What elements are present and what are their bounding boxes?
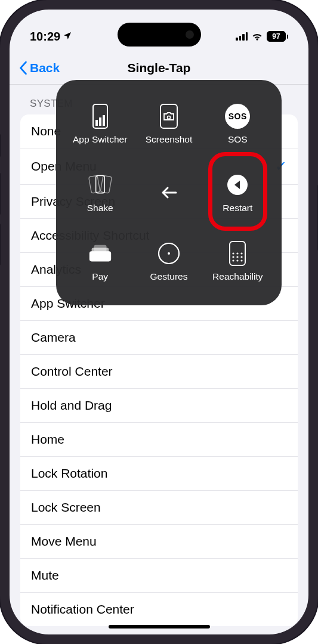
screenshot-icon bbox=[156, 103, 182, 129]
side-button-volume-down bbox=[0, 224, 1, 265]
list-item-label: Hold and Drag bbox=[31, 398, 112, 413]
list-item[interactable]: Notification Center bbox=[20, 593, 298, 626]
svg-point-19 bbox=[233, 256, 234, 258]
back-button[interactable]: Back bbox=[19, 61, 60, 75]
app-switcher-icon bbox=[87, 103, 113, 129]
sos-icon: SOS bbox=[224, 103, 251, 129]
list-item-label: Control Center bbox=[31, 364, 113, 379]
dynamic-island bbox=[118, 23, 201, 47]
apple-pay-icon bbox=[87, 240, 113, 267]
menu-restart[interactable]: Restart bbox=[203, 158, 272, 227]
list-item[interactable]: Control Center bbox=[20, 355, 298, 389]
chevron-left-icon bbox=[19, 61, 27, 75]
side-button-volume-up bbox=[0, 173, 1, 215]
status-time: 10:29 bbox=[30, 30, 60, 44]
list-item-label: Home bbox=[31, 432, 64, 447]
svg-rect-8 bbox=[100, 175, 112, 193]
side-button-silent bbox=[0, 134, 1, 157]
home-indicator[interactable] bbox=[109, 625, 210, 628]
back-label: Back bbox=[30, 61, 60, 75]
svg-point-22 bbox=[233, 260, 234, 262]
svg-point-21 bbox=[241, 256, 243, 258]
svg-rect-12 bbox=[94, 245, 106, 252]
list-item[interactable]: Lock Rotation bbox=[20, 457, 298, 491]
svg-point-14 bbox=[168, 252, 170, 255]
svg-rect-3 bbox=[103, 115, 105, 126]
menu-back[interactable] bbox=[134, 158, 203, 227]
restart-icon bbox=[224, 172, 251, 198]
gestures-icon bbox=[156, 240, 182, 267]
menu-label: Screenshot bbox=[146, 134, 192, 145]
list-item-label: Lock Screen bbox=[31, 500, 101, 515]
assistivetouch-menu[interactable]: App Switcher Screenshot SOS SOS bbox=[56, 80, 282, 305]
list-item[interactable]: Camera bbox=[20, 321, 298, 355]
list-item[interactable]: Hold and Drag bbox=[20, 389, 298, 423]
menu-gestures[interactable]: Gestures bbox=[134, 227, 203, 296]
svg-rect-6 bbox=[88, 175, 100, 193]
menu-label: Gestures bbox=[150, 271, 188, 282]
list-item[interactable]: Home bbox=[20, 423, 298, 457]
menu-apple-pay[interactable]: Pay bbox=[66, 227, 134, 296]
svg-rect-1 bbox=[95, 120, 98, 126]
device-frame: 10:29 97 Back bbox=[0, 0, 318, 644]
list-item-label: Move Menu bbox=[31, 534, 97, 549]
svg-point-16 bbox=[233, 253, 234, 255]
menu-sos[interactable]: SOS SOS bbox=[203, 89, 272, 158]
svg-rect-2 bbox=[99, 117, 101, 126]
shake-icon bbox=[87, 172, 113, 198]
menu-shake[interactable]: Shake bbox=[66, 158, 134, 227]
battery-level: 97 bbox=[272, 32, 280, 41]
back-arrow-icon bbox=[156, 179, 182, 206]
wifi-icon bbox=[251, 32, 263, 41]
menu-label: Pay bbox=[92, 271, 108, 282]
list-item[interactable]: Lock Screen bbox=[20, 491, 298, 525]
menu-app-switcher[interactable]: App Switcher bbox=[66, 89, 134, 158]
menu-label: Reachability bbox=[212, 271, 263, 282]
page-title: Single-Tap bbox=[128, 61, 191, 75]
menu-reachability[interactable]: Reachability bbox=[203, 227, 272, 296]
menu-label: Restart bbox=[223, 203, 252, 213]
list-item[interactable]: Move Menu bbox=[20, 525, 298, 559]
list-item[interactable]: Mute bbox=[20, 559, 298, 593]
svg-point-17 bbox=[237, 253, 239, 255]
menu-label: Shake bbox=[87, 203, 113, 213]
svg-point-5 bbox=[167, 116, 170, 119]
svg-point-18 bbox=[241, 253, 243, 255]
cellular-icon bbox=[236, 32, 248, 41]
svg-point-20 bbox=[237, 256, 239, 258]
reachability-icon bbox=[224, 240, 251, 267]
location-icon bbox=[63, 30, 72, 44]
menu-screenshot[interactable]: Screenshot bbox=[134, 89, 203, 158]
list-item-label: Mute bbox=[31, 568, 59, 583]
list-item-label: Notification Center bbox=[31, 602, 134, 617]
list-item-label: Camera bbox=[31, 330, 76, 345]
battery-icon: 97 bbox=[267, 31, 288, 42]
screen: 10:29 97 Back bbox=[10, 10, 308, 634]
svg-point-24 bbox=[241, 260, 243, 262]
menu-label: App Switcher bbox=[73, 134, 127, 145]
menu-label: SOS bbox=[228, 134, 248, 145]
svg-point-23 bbox=[237, 260, 239, 262]
list-item-label: Lock Rotation bbox=[31, 466, 107, 481]
